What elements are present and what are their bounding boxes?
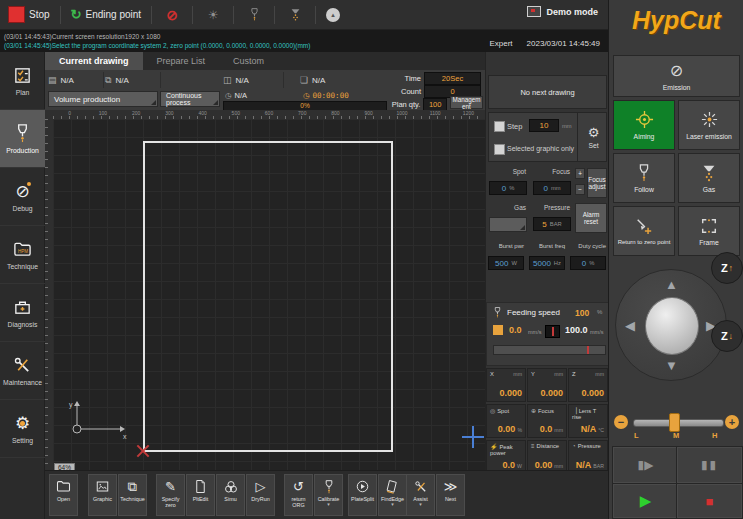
step-value-field[interactable]: 10 [529, 119, 559, 132]
axis-indicator: y x [63, 397, 143, 442]
timer-field: ◷ 00:00:00 [303, 90, 373, 100]
sidebar-item-production[interactable]: Production [0, 110, 45, 168]
sidebar-item-setting[interactable]: ⚙ Setting [0, 400, 45, 458]
z-up-button[interactable]: Z↑ [711, 252, 743, 284]
sidebar-item-maintenance[interactable]: Maintenance [0, 342, 45, 400]
gas-icon[interactable] [285, 8, 305, 21]
toolbar-button-return-org[interactable]: ↺ return ORG [284, 474, 313, 516]
jog-left-arrow[interactable]: ◀ [625, 319, 635, 332]
alarm-reset-button[interactable]: Alarm reset [575, 203, 607, 233]
return-origin-icon: ↺ [293, 478, 304, 495]
tab-custom[interactable]: Custom [219, 52, 278, 70]
start-button[interactable]: ▶ [613, 484, 678, 518]
ruler-corner [45, 110, 53, 119]
toolbar-button-assist[interactable]: Assist ▾ [406, 474, 435, 516]
feeding-max: 100.0 [565, 325, 588, 335]
follow-button[interactable]: Follow [613, 153, 675, 203]
toolbar-button-specify-zero[interactable]: ✎ Specify zero [156, 474, 185, 516]
toolbar-button-findedge[interactable]: FindEdge ▾ [378, 474, 407, 516]
feeding-speed-slider[interactable] [493, 345, 606, 355]
jog-up-arrow[interactable]: ▲ [665, 278, 678, 291]
speed-increase-button[interactable]: + [725, 415, 739, 429]
next-drawing-box: No next drawing [488, 75, 607, 109]
spot-field[interactable]: 0 % [489, 181, 527, 195]
production-icon [13, 124, 32, 144]
toolbar-button-platesplit[interactable]: PlateSplit [348, 474, 377, 516]
alarm-clear-icon[interactable]: ▴ [326, 8, 340, 22]
frame-button[interactable]: Frame [678, 206, 740, 256]
focus-plus-button[interactable]: + [575, 168, 585, 179]
stop-run-button[interactable]: ■ [677, 484, 742, 518]
focus-minus-button[interactable]: − [575, 184, 585, 195]
feeding-speed-box: Feeding speed 100 % 0.0 mm/s 100.0 mm/s [486, 302, 609, 366]
gas-button[interactable]: Gas [678, 153, 740, 203]
laser-emission-icon[interactable]: ☀ [203, 8, 223, 22]
jog-pad[interactable]: ▲ ▼ ◀ ▶ [615, 269, 727, 381]
return-zero-button[interactable]: Return to zero point [613, 206, 675, 256]
follow-icon[interactable] [244, 8, 264, 21]
burst-freq-field[interactable]: 5000 Hz [529, 256, 565, 270]
readout-spot: ◎Spot 0.00% [486, 404, 526, 438]
selected-graphic-label: Selected graphic only [507, 145, 574, 152]
diagnosis-icon [13, 298, 32, 318]
sidebar-item-technique[interactable]: HPM Technique [0, 226, 45, 284]
production-mode-dropdown[interactable]: Volume production [48, 91, 158, 107]
jog-center-knob[interactable] [645, 297, 699, 355]
process-mode-dropdown[interactable]: Continuous process [160, 91, 220, 107]
laser-disabled-icon[interactable]: ⊘ [162, 7, 182, 23]
toolbar-button-graphic[interactable]: Graphic [88, 474, 117, 516]
stop-button[interactable]: Stop [8, 6, 50, 23]
divider [151, 6, 152, 24]
readout-x: Xmm 0.000 [486, 368, 526, 402]
aiming-button[interactable]: Aiming [613, 100, 675, 150]
demo-mode-indicator[interactable]: Demo mode [527, 6, 598, 17]
burst-pwr-field[interactable]: 500 W [488, 256, 524, 270]
step-run-button[interactable]: ▮▶ [613, 447, 678, 483]
speed-slider-handle[interactable] [669, 413, 680, 432]
ending-point-button[interactable]: ↻ Ending point [71, 7, 142, 22]
toolbar-button-simu[interactable]: Simu [216, 474, 245, 516]
toolbar-button-technique[interactable]: ⧉ Technique [118, 474, 147, 516]
sidebar-item-debug[interactable]: ⊘ Debug [0, 168, 45, 226]
focus-adjust-button[interactable]: Focus adjust [587, 168, 607, 198]
ending-point-label: Ending point [85, 9, 141, 20]
datetime: 2023/03/01 14:45:49 [527, 39, 600, 48]
toolbar-button-pltedit[interactable]: PltEdit [186, 474, 215, 516]
step-checkbox[interactable] [494, 121, 505, 132]
sidebar-item-diagnosis[interactable]: Diagnosis [0, 284, 45, 342]
toolbar-button-calibrate[interactable]: Calibrate ▾ [314, 474, 343, 516]
speed-decrease-button[interactable]: − [614, 415, 628, 429]
sidebar-item-plan[interactable]: Plan [0, 52, 45, 110]
production-control-panel: No next drawing Step 10 mm Selected grap… [485, 52, 608, 519]
tab-prepare-list[interactable]: Prepare List [143, 52, 220, 70]
drawing-rectangle[interactable] [143, 141, 393, 452]
toolbar-button-open[interactable]: Open [49, 474, 78, 516]
speed-high-label: H [712, 431, 717, 440]
setting-icon: ⚙ [15, 414, 30, 434]
canvas-viewport[interactable]: y x 64% [53, 119, 485, 470]
dropdown-caret-icon: ▾ [327, 502, 330, 506]
pressure-field[interactable]: 5 BAR [533, 217, 571, 231]
management-button[interactable]: Management [450, 96, 483, 109]
pause-button[interactable]: ▮▮ [677, 447, 742, 483]
tab-current-drawing[interactable]: Current drawing [45, 52, 143, 70]
z-down-button[interactable]: Z↓ [711, 320, 743, 352]
gas-dropdown[interactable] [489, 217, 527, 232]
set-button[interactable]: ⚙ Set [577, 113, 609, 161]
toolbar-button-next[interactable]: ≫ Next [436, 474, 465, 516]
user-level: Expert [489, 39, 512, 48]
toolbar-button-dryrun[interactable]: ▷ DryRun [246, 474, 275, 516]
step-label: Step [507, 122, 522, 131]
stop-label: Stop [29, 9, 50, 20]
step-unit: mm [562, 123, 572, 129]
drawing-canvas[interactable]: 0 100 200 300 400 500 600 700 800 900 10… [45, 110, 485, 470]
laser-emission-button[interactable]: Laser emission [678, 100, 740, 150]
plate-edit-icon [193, 478, 208, 495]
jog-down-arrow[interactable]: ▼ [665, 359, 678, 372]
open-folder-icon [56, 478, 71, 495]
feeding-gauge [545, 325, 560, 338]
duty-cycle-field[interactable]: 0 % [570, 256, 606, 270]
focus-field[interactable]: 0 mm [533, 181, 571, 195]
emission-button[interactable]: ⊘ Emission [613, 55, 740, 97]
selected-graphic-checkbox[interactable] [494, 144, 505, 155]
